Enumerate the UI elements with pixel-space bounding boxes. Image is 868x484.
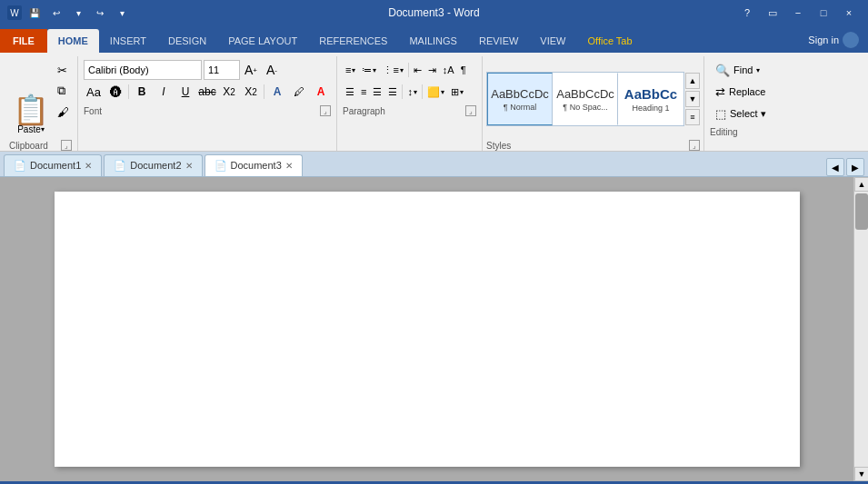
align-right-button[interactable]: ☰ [370, 82, 384, 102]
vertical-scrollbar[interactable]: ▲ ▼ [853, 177, 868, 481]
bullets-button[interactable]: ≡▾ [343, 60, 358, 80]
tab-nav-right[interactable]: ▶ [846, 158, 864, 176]
copy-icon: ⧉ [57, 84, 65, 98]
ribbon: 📋 Paste▾ ✂ ⧉ 🖌 Clipboard ⌟ A+ [0, 53, 868, 152]
qat-undo-dropdown[interactable]: ▾ [69, 5, 87, 21]
format-painter-button[interactable]: 🖌 [55, 102, 72, 122]
tab-mailings[interactable]: MAILINGS [398, 29, 468, 53]
tab-view[interactable]: VIEW [529, 29, 576, 53]
tab-office[interactable]: Office Tab [576, 29, 643, 53]
text-effects-button[interactable]: A [267, 82, 287, 102]
justify-button[interactable]: ☰ [385, 82, 400, 102]
font-color-button[interactable]: A [311, 82, 331, 102]
group-clipboard: 📋 Paste▾ ✂ ⧉ 🖌 Clipboard ⌟ [4, 56, 78, 151]
styles-expand[interactable]: ⌟ [689, 140, 700, 151]
document-page[interactable] [55, 192, 800, 467]
style-no-space[interactable]: AaBbCcDc ¶ No Spac... [553, 73, 618, 125]
increase-indent-button[interactable]: ⇥ [425, 60, 439, 80]
highlight-button[interactable]: 🖊 [289, 82, 309, 102]
doc3-close[interactable]: ✕ [285, 161, 293, 171]
editing-group-footer: Editing [710, 125, 781, 137]
clear-format-button[interactable]: 🅐 [105, 82, 125, 102]
shading-button[interactable]: 🟨▾ [424, 82, 447, 102]
doc-tab-3[interactable]: 📄 Document3 ✕ [205, 154, 303, 176]
align-right-icon: ☰ [373, 86, 382, 98]
sort-button[interactable]: ↕A [440, 60, 457, 80]
paragraph-expand[interactable]: ⌟ [465, 105, 476, 116]
font-expand[interactable]: ⌟ [320, 105, 331, 116]
multilevel-list-button[interactable]: ⋮≡▾ [380, 60, 405, 80]
restore-button[interactable]: □ [812, 0, 835, 25]
paste-button[interactable]: 📋 Paste▾ [9, 94, 53, 136]
show-hide-button[interactable]: ¶ [458, 60, 469, 80]
styles-scroll-buttons: ▲ ▼ ≡ [685, 73, 700, 125]
minimize-button[interactable]: − [786, 0, 810, 25]
subscript-button[interactable]: X2 [219, 82, 239, 102]
borders-button[interactable]: ⊞▾ [448, 82, 466, 102]
tab-file[interactable]: FILE [0, 29, 47, 53]
numbering-button[interactable]: ≔▾ [359, 60, 379, 80]
group-paragraph: ≡▾ ≔▾ ⋮≡▾ ⇤ ⇥ ↕A ¶ ☰ ≡ ☰ ☰ ↕▾ 🟨▾ ⊞▾ [337, 56, 483, 151]
scroll-down-arrow[interactable]: ▼ [854, 467, 868, 481]
tab-design[interactable]: DESIGN [157, 29, 217, 53]
doc-tab-2[interactable]: 📄 Document2 ✕ [104, 154, 202, 176]
styles-scroll-down[interactable]: ▼ [685, 91, 700, 107]
style-no-space-label: ¶ No Spac... [563, 103, 607, 112]
style-normal[interactable]: AaBbCcDc ¶ Normal [487, 73, 553, 125]
cut-button[interactable]: ✂ [55, 60, 72, 80]
document-area [0, 177, 853, 481]
tab-page-layout[interactable]: PAGE LAYOUT [217, 29, 308, 53]
sep3 [408, 63, 409, 77]
bullets-icon: ≡ [345, 64, 351, 75]
line-spacing-button[interactable]: ↕▾ [404, 82, 420, 102]
decrease-font-button[interactable]: A- [262, 60, 282, 80]
styles-more[interactable]: ≡ [685, 109, 700, 125]
styles-scroll-up[interactable]: ▲ [685, 73, 700, 89]
pilcrow-icon: ¶ [461, 64, 466, 75]
justify-icon: ☰ [388, 86, 397, 98]
sign-in-avatar [843, 32, 859, 48]
sign-in-button[interactable]: Sign in [799, 28, 868, 53]
qat-save[interactable]: 💾 [25, 5, 44, 21]
change-case-button[interactable]: Aa [84, 82, 104, 102]
select-button[interactable]: ⬚ Select ▾ [710, 104, 772, 123]
tab-insert[interactable]: INSERT [99, 29, 157, 53]
tab-review[interactable]: REVIEW [468, 29, 529, 53]
doc1-close[interactable]: ✕ [85, 161, 92, 171]
tab-nav-left[interactable]: ◀ [826, 158, 844, 176]
font-name-input[interactable] [84, 60, 202, 80]
bold-button[interactable]: B [132, 82, 152, 102]
paste-label: Paste▾ [17, 124, 45, 134]
scroll-thumb[interactable] [855, 193, 868, 230]
scroll-track[interactable] [854, 192, 868, 467]
scroll-up-arrow[interactable]: ▲ [854, 177, 868, 192]
doc2-close[interactable]: ✕ [185, 161, 193, 171]
clipboard-expand[interactable]: ⌟ [61, 140, 72, 151]
superscript-button[interactable]: X2 [241, 82, 261, 102]
qat-redo[interactable]: ↪ [91, 5, 109, 21]
style-heading1-label: Heading 1 [632, 104, 669, 113]
doc-tab-1[interactable]: 📄 Document1 ✕ [4, 154, 102, 176]
qat-customize[interactable]: ▾ [113, 5, 131, 21]
qat-undo[interactable]: ↩ [47, 5, 65, 21]
window-title: Document3 - Word [388, 6, 479, 19]
strikethrough-button[interactable]: abc [197, 82, 217, 102]
style-heading1[interactable]: AaBbCc Heading 1 [618, 73, 683, 125]
doc-tab-nav: ◀ ▶ [826, 158, 864, 176]
increase-font-button[interactable]: A+ [241, 60, 261, 80]
sep5 [422, 84, 423, 99]
replace-button[interactable]: ⇄ Replace [710, 82, 772, 102]
find-button[interactable]: 🔍 Find ▾ [710, 60, 772, 80]
underline-button[interactable]: U [175, 82, 195, 102]
tab-references[interactable]: REFERENCES [308, 29, 398, 53]
copy-button[interactable]: ⧉ [55, 81, 72, 101]
decrease-indent-button[interactable]: ⇤ [411, 60, 424, 80]
italic-button[interactable]: I [154, 82, 174, 102]
align-center-button[interactable]: ≡ [358, 82, 369, 102]
align-left-button[interactable]: ☰ [343, 82, 357, 102]
tab-home[interactable]: HOME [47, 29, 99, 53]
help-button[interactable]: ? [735, 0, 759, 25]
font-size-input[interactable] [204, 60, 240, 80]
ribbon-display-button[interactable]: ▭ [761, 0, 784, 25]
close-button[interactable]: × [837, 0, 861, 25]
